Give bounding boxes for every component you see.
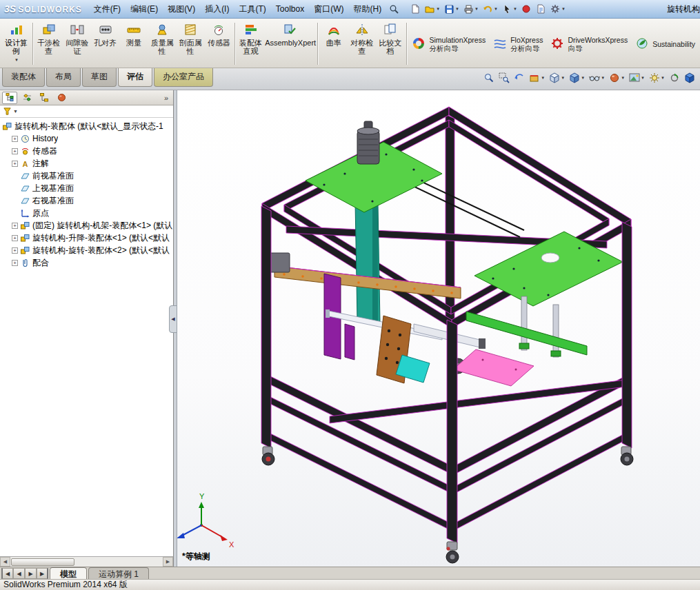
edit-appearance-icon[interactable]: ▼ [608,70,626,85]
undo-icon[interactable]: ▼ [481,1,499,17]
select-cursor-icon[interactable]: ▼ [500,1,519,17]
next-tab-icon[interactable]: ▶ [25,568,37,579]
filter-dropdown-icon[interactable]: ▼ [13,109,18,114]
options-icon[interactable]: ▼ [548,1,567,17]
open-icon[interactable]: ▼ [423,1,441,17]
mass-properties-button[interactable]: 质量属性 [148,20,177,68]
new-document-icon[interactable] [408,1,422,17]
tree-item-annotations[interactable]: + A 注解 [0,157,173,170]
menu-view[interactable]: 视图(V) [163,1,200,18]
simulationxpress-button[interactable]: SimulationXpress分析向导 [408,20,489,68]
rebuild-icon[interactable] [519,1,533,17]
expand-icon[interactable]: + [12,223,18,229]
dropdown-arrow-icon[interactable]: ▼ [561,76,565,80]
dropdown-arrow-icon[interactable]: ▼ [513,7,517,11]
tree-item-frame-assembly[interactable]: + (固定) 旋转机构-机架-装配体<1> (默认 [0,219,173,232]
tree-item-rotate-assembly[interactable]: + 旋转机构-旋转-装配体<2> (默认<默认 [0,244,173,256]
display-style-icon[interactable]: ▼ [568,70,586,85]
expand-icon[interactable]: + [12,148,18,154]
panel-horizontal-scrollbar[interactable]: ◀ ▶ [0,556,173,567]
collapse-panel-icon[interactable]: ◀ [169,305,177,333]
expand-icon[interactable]: + [12,136,18,142]
tab-layout[interactable]: 布局 [46,68,81,87]
measure-button[interactable]: 测量 [119,20,148,68]
prev-tab-icon[interactable]: ◀ [13,568,25,579]
file-properties-icon[interactable] [534,1,548,17]
dropdown-arrow-icon[interactable]: ▼ [561,7,566,11]
expand-icon[interactable]: + [12,260,18,266]
menu-tools[interactable]: 工具(T) [234,1,270,18]
scroll-left-icon[interactable]: ◀ [0,557,10,567]
view-settings-icon[interactable]: ▼ [648,70,666,85]
floxpress-button[interactable]: FloXpress分析向导 [489,20,546,68]
dropdown-arrow-icon[interactable]: ▼ [601,76,605,80]
previous-view-icon[interactable] [512,70,526,85]
expand-icon[interactable]: + [12,235,18,241]
display-manager-tab[interactable] [54,92,69,104]
dropdown-arrow-icon[interactable]: ▼ [436,7,440,11]
menu-insert[interactable]: 插入(I) [200,1,234,18]
menu-file[interactable]: 文件(F) [89,1,126,18]
sensors-button[interactable]: 传感器 [205,20,233,68]
zoom-area-icon[interactable] [497,70,511,85]
tree-item-origin[interactable]: 原点 [0,207,173,219]
tree-item-sensors[interactable]: + 传感器 [0,145,173,157]
tree-item-top-plane[interactable]: 上视基准面 [0,182,173,194]
driveworksxpress-button[interactable]: DriveWorksXpress向导 [546,20,631,68]
tree-item-history[interactable]: + History [0,132,173,145]
expand-icon[interactable]: + [12,161,18,167]
menu-toolbox[interactable]: Toolbox [271,1,309,17]
tree-item-root[interactable]: 旋转机构-装配体 (默认<默认_显示状态-1 [0,120,173,132]
property-manager-tab[interactable] [19,92,34,104]
assemblyxpert-button[interactable]: AssemblyXpert [265,20,316,68]
tab-office-products[interactable]: 办公室产品 [154,68,213,87]
dropdown-arrow-icon[interactable]: ▼ [14,56,19,64]
compare-documents-button[interactable]: 比较文档 [376,20,404,68]
tree-filter-row[interactable]: ▼ [0,105,173,118]
view-cube-icon[interactable] [683,70,697,85]
sustainability-button[interactable]: Sustainability [631,20,699,68]
print-icon[interactable]: ▼ [461,1,480,17]
tree-item-lift-assembly[interactable]: + 旋转机构-升降-装配体<1> (默认<默认 [0,232,173,244]
dropdown-arrow-icon[interactable]: ▼ [621,76,625,80]
model-canvas[interactable]: Y X Z [177,90,700,567]
tree-item-mates[interactable]: + 配合 [0,256,173,269]
menu-help[interactable]: 帮助(H) [348,1,386,18]
tab-sketch[interactable]: 草图 [82,68,117,87]
first-tab-icon[interactable]: ◀ [1,568,13,579]
assembly-visualization-button[interactable]: 装配体直观 [237,20,265,68]
scrollbar-thumb[interactable] [11,558,74,566]
clearance-verification-button[interactable]: 间隙验证 [63,20,91,68]
zoom-fit-icon[interactable] [482,70,496,85]
front-leg[interactable] [446,320,459,563]
graphics-viewport[interactable]: Y X Z *等轴测 [177,90,700,567]
symmetry-check-button[interactable]: 对称检查 [348,20,376,68]
panel-expand-chevrons-icon[interactable]: » [161,94,171,102]
dropdown-arrow-icon[interactable]: ▼ [641,76,645,80]
view-orientation-icon[interactable]: ▼ [548,70,566,85]
dropdown-arrow-icon[interactable]: ▼ [541,76,545,80]
scroll-right-icon[interactable]: ▶ [163,557,173,567]
expand-icon[interactable]: + [12,247,18,254]
dropdown-arrow-icon[interactable]: ▼ [455,7,459,11]
interference-check-button[interactable]: 干涉检查 [34,20,63,68]
tree-item-front-plane[interactable]: 前视基准面 [0,170,173,182]
tab-evaluate[interactable]: 评估 [118,68,152,87]
dropdown-arrow-icon[interactable]: ▼ [474,7,479,11]
curvature-button[interactable]: 曲率 [319,20,348,68]
section-view-icon[interactable]: ▼ [528,70,546,85]
dropdown-arrow-icon[interactable]: ▼ [661,76,665,80]
section-properties-button[interactable]: 剖面属性 [177,20,205,68]
design-study-button[interactable]: 设计算例 ▼ [1,20,31,68]
feature-manager-tab[interactable] [2,92,17,104]
menu-edit[interactable]: 编辑(E) [126,1,163,18]
dropdown-arrow-icon[interactable]: ▼ [494,7,498,11]
rotate-view-icon[interactable] [668,70,681,85]
hide-show-items-icon[interactable]: ▼ [588,70,606,85]
configuration-manager-tab[interactable] [37,92,52,104]
dropdown-arrow-icon[interactable]: ▼ [581,76,585,80]
save-icon[interactable]: ▼ [442,1,461,17]
tree-item-right-plane[interactable]: 右视基准面 [0,194,173,207]
hole-alignment-button[interactable]: 孔对齐 [91,20,119,68]
tab-assembly[interactable]: 装配体 [2,68,45,87]
